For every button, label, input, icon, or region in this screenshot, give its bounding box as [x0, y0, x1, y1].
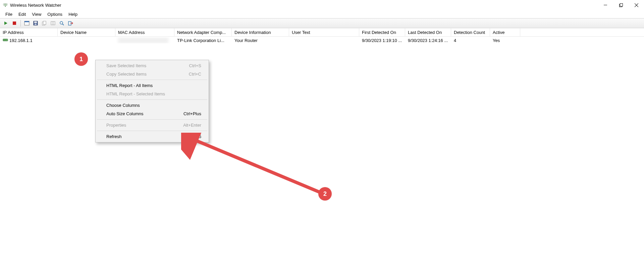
cell-first: 9/30/2023 1:19:10 ...: [359, 38, 405, 43]
toolbar: [0, 18, 644, 28]
svg-marker-6: [4, 21, 7, 25]
cm-label: Copy Selected Items: [106, 72, 147, 77]
annotation-badge-2: 2: [318, 187, 332, 201]
header-count[interactable]: Detection Count: [451, 28, 490, 36]
menubar: File Edit View Options Help: [0, 10, 644, 18]
stop-button[interactable]: [11, 19, 18, 27]
svg-rect-12: [35, 24, 37, 25]
svg-point-0: [5, 6, 6, 7]
context-menu: Save Selected Items Ctrl+S Copy Selected…: [95, 60, 209, 142]
menu-view[interactable]: View: [29, 11, 44, 18]
cell-mac: [115, 37, 174, 43]
svg-rect-9: [24, 21, 29, 22]
minimize-button[interactable]: [598, 0, 613, 10]
cell-company: TP-Link Corporation Li...: [174, 38, 232, 43]
cm-html-selected[interactable]: HTML Report - Selected Items: [96, 90, 208, 98]
cm-label: Properties: [106, 123, 126, 128]
svg-rect-14: [43, 21, 46, 25]
svg-point-24: [6, 40, 6, 40]
cell-ip: 192.168.1.1: [0, 38, 58, 43]
cm-properties[interactable]: Properties Alt+Enter: [96, 121, 208, 129]
cell-active: Yes: [490, 38, 520, 43]
svg-rect-11: [34, 21, 37, 23]
header-active[interactable]: Active: [490, 28, 520, 36]
menu-options[interactable]: Options: [45, 11, 65, 18]
annotation-badge-1: 1: [74, 52, 88, 66]
cm-label: HTML Report - Selected Items: [106, 91, 165, 96]
svg-line-26: [189, 137, 322, 193]
header-device[interactable]: Device Name: [58, 28, 115, 36]
copy-icon[interactable]: [41, 19, 48, 27]
exit-icon[interactable]: [67, 19, 74, 27]
header-info[interactable]: Device Information: [232, 28, 289, 36]
cm-refresh[interactable]: Refresh F5: [96, 132, 208, 141]
columns-icon[interactable]: [49, 19, 57, 27]
cm-label: HTML Report - All Items: [106, 83, 153, 88]
play-button[interactable]: [2, 19, 9, 27]
cm-choose-columns[interactable]: Choose Columns: [96, 101, 208, 110]
menu-edit[interactable]: Edit: [16, 11, 29, 18]
device-icon: [3, 38, 8, 43]
header-company[interactable]: Network Adapter Comp...: [174, 28, 232, 36]
menu-file[interactable]: File: [3, 11, 15, 18]
cm-label: Refresh: [106, 134, 122, 139]
header-first[interactable]: First Detected On: [359, 28, 405, 36]
cm-shortcut: Alt+Enter: [183, 123, 201, 128]
cm-save-selected[interactable]: Save Selected Items Ctrl+S: [96, 61, 208, 70]
cm-label: Auto Size Columns: [106, 111, 144, 116]
window-controls: [598, 0, 644, 10]
titlebar: Wireless Network Watcher: [0, 0, 644, 10]
menu-help[interactable]: Help: [66, 11, 80, 18]
cm-separator: [97, 119, 207, 120]
close-button[interactable]: [629, 0, 644, 10]
cm-shortcut: Ctrl+C: [189, 72, 201, 77]
app-icon: [3, 2, 8, 8]
cm-shortcut: Ctrl+Plus: [183, 111, 201, 116]
cell-count: 4: [451, 38, 490, 43]
cell-ip-text: 192.168.1.1: [9, 38, 33, 43]
cm-separator: [97, 80, 207, 80]
cm-copy-selected[interactable]: Copy Selected Items Ctrl+C: [96, 70, 208, 78]
save-icon[interactable]: [32, 19, 39, 27]
titlebar-left: Wireless Network Watcher: [3, 2, 61, 8]
cm-auto-size[interactable]: Auto Size Columns Ctrl+Plus: [96, 110, 208, 118]
svg-rect-7: [13, 21, 16, 25]
cm-shortcut: F5: [196, 134, 201, 139]
cm-shortcut: Ctrl+S: [189, 63, 201, 68]
svg-line-19: [62, 24, 64, 25]
cm-label: Save Selected Items: [106, 63, 146, 68]
header-ip[interactable]: IP Address: [0, 28, 58, 36]
header-mac[interactable]: MAC Address: [115, 28, 174, 36]
svg-rect-3: [620, 3, 623, 6]
header-last[interactable]: Last Detected On: [405, 28, 451, 36]
annotation-arrow: [181, 133, 329, 200]
properties-icon[interactable]: [23, 19, 31, 27]
cell-info: Your Router: [232, 38, 289, 43]
column-headers: IP Address Device Name MAC Address Netwo…: [0, 28, 644, 37]
cell-last: 9/30/2023 1:24:16 ...: [405, 38, 451, 43]
header-user[interactable]: User Text: [289, 28, 359, 36]
cm-separator: [97, 99, 207, 100]
svg-rect-15: [51, 21, 55, 25]
table-row[interactable]: 192.168.1.1 TP-Link Corporation Li... Yo…: [0, 37, 644, 44]
svg-rect-21: [3, 39, 8, 41]
mac-blurred: [118, 37, 168, 43]
window-title: Wireless Network Watcher: [10, 3, 61, 8]
cm-separator: [97, 131, 207, 131]
svg-point-23: [5, 40, 5, 40]
svg-point-22: [4, 40, 4, 40]
find-icon[interactable]: [58, 19, 65, 27]
cm-html-all[interactable]: HTML Report - All Items: [96, 81, 208, 90]
maximize-button[interactable]: [613, 0, 629, 10]
cm-label: Choose Columns: [106, 103, 140, 108]
toolbar-separator: [20, 20, 21, 27]
svg-point-18: [60, 21, 63, 24]
table-body[interactable]: 192.168.1.1 TP-Link Corporation Li... Yo…: [0, 37, 644, 44]
